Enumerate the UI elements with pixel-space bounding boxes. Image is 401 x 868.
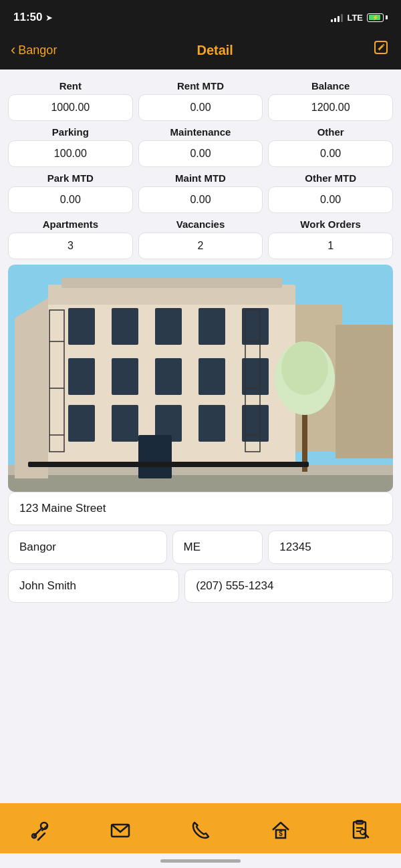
stat-other-mtd: Other MTD 0.00 — [268, 172, 393, 213]
street-address[interactable]: 123 Maine Street — [8, 492, 393, 525]
svg-rect-17 — [68, 405, 95, 442]
stat-other-value: 0.00 — [268, 140, 393, 167]
stat-park-mtd-label: Park MTD — [47, 172, 94, 184]
stats-grid-row2: Parking 100.00 Maintenance 0.00 Other 0.… — [8, 126, 393, 167]
stat-work-orders-label: Work Orders — [300, 219, 361, 230]
svg-rect-18 — [112, 405, 138, 442]
svg-rect-3 — [336, 325, 393, 458]
stat-balance-label: Balance — [311, 80, 350, 92]
stat-parking-value: 100.00 — [8, 140, 133, 167]
svg-rect-16 — [242, 358, 269, 395]
stat-other-mtd-value: 0.00 — [268, 186, 393, 213]
stats-grid-row4: Apartments 3 Vacancies 2 Work Orders 1 — [8, 219, 393, 259]
svg-rect-20 — [198, 405, 225, 442]
edit-button[interactable] — [373, 39, 390, 61]
contact-row: John Smith (207) 555-1234 — [8, 569, 393, 603]
svg-rect-6 — [61, 278, 282, 288]
svg-rect-11 — [242, 308, 269, 345]
city-state-zip-row: Bangor ME 12345 — [8, 531, 393, 564]
home-indicator-bar — [160, 859, 241, 863]
city-field[interactable]: Bangor — [8, 531, 167, 564]
stat-parking: Parking 100.00 — [8, 126, 133, 167]
svg-rect-14 — [155, 358, 182, 395]
stat-other-mtd-label: Other MTD — [305, 172, 356, 184]
svg-rect-13 — [112, 358, 138, 395]
stat-park-mtd: Park MTD 0.00 — [8, 172, 133, 213]
stat-rent-mtd-value: 0.00 — [138, 94, 263, 121]
svg-rect-21 — [242, 405, 269, 442]
back-button[interactable]: ‹ Bangor — [11, 41, 57, 59]
stat-parking-label: Parking — [52, 126, 89, 138]
svg-rect-8 — [112, 308, 138, 345]
svg-line-40 — [38, 833, 45, 840]
stat-rent-value: 1000.00 — [8, 94, 133, 121]
address-section: 123 Maine Street Bangor ME 12345 John Sm… — [8, 492, 393, 603]
svg-rect-32 — [138, 435, 172, 478]
stat-vacancies-value: 2 — [138, 233, 263, 259]
stat-work-orders-value: 1 — [268, 233, 393, 259]
stat-maintenance-label: Maintenance — [170, 126, 231, 138]
stat-vacancies-label: Vacancies — [176, 219, 225, 230]
signal-bar-4 — [341, 14, 343, 22]
tab-dollar[interactable]: $ — [241, 819, 321, 841]
page-title: Detail — [196, 43, 233, 58]
stat-balance: Balance 1200.00 — [268, 80, 393, 121]
main-content: Rent 1000.00 Rent MTD 0.00 Balance 1200.… — [0, 69, 401, 803]
home-indicator — [0, 853, 401, 868]
svg-rect-12 — [68, 358, 95, 395]
stats-grid-row1: Rent 1000.00 Rent MTD 0.00 Balance 1200.… — [8, 80, 393, 121]
stat-rent: Rent 1000.00 — [8, 80, 133, 121]
svg-point-35 — [281, 341, 328, 395]
svg-text:$: $ — [279, 830, 283, 837]
status-time: 11:50 — [13, 11, 42, 24]
stat-maint-mtd: Maint MTD 0.00 — [138, 172, 263, 213]
stat-other-label: Other — [317, 126, 344, 138]
tab-phone[interactable] — [160, 819, 241, 841]
stats-grid-row3: Park MTD 0.00 Maint MTD 0.00 Other MTD 0… — [8, 172, 393, 213]
stat-maintenance-value: 0.00 — [138, 140, 263, 167]
contact-phone-field[interactable]: (207) 555-1234 — [184, 569, 393, 603]
building-image — [8, 265, 393, 492]
stat-apartments-label: Apartments — [43, 219, 98, 230]
status-bar: 11:50 ➤ LTE ⚡ — [0, 0, 401, 33]
stat-rent-mtd: Rent MTD 0.00 — [138, 80, 263, 121]
status-icons: LTE ⚡ — [331, 13, 388, 23]
stat-apartments-value: 3 — [8, 233, 133, 259]
svg-rect-7 — [68, 308, 95, 345]
signal-bar-3 — [338, 16, 340, 22]
nav-bar: ‹ Bangor Detail — [0, 33, 401, 69]
tab-bar: $ — [0, 803, 401, 853]
stat-other: Other 0.00 — [268, 126, 393, 167]
lte-label: LTE — [347, 13, 363, 23]
stat-work-orders: Work Orders 1 — [268, 219, 393, 259]
stat-balance-value: 1200.00 — [268, 94, 393, 121]
stat-maintenance: Maintenance 0.00 — [138, 126, 263, 167]
stat-maint-mtd-value: 0.00 — [138, 186, 263, 213]
tab-tools[interactable] — [0, 819, 80, 841]
battery-icon: ⚡ — [367, 13, 388, 22]
signal-bar-2 — [334, 18, 336, 22]
location-icon: ➤ — [45, 13, 53, 23]
chevron-left-icon: ‹ — [11, 41, 15, 59]
state-field[interactable]: ME — [172, 531, 263, 564]
svg-rect-9 — [155, 308, 182, 345]
contact-name-field[interactable]: John Smith — [8, 569, 179, 603]
stat-rent-mtd-label: Rent MTD — [177, 80, 224, 92]
stat-park-mtd-value: 0.00 — [8, 186, 133, 213]
svg-marker-36 — [15, 298, 48, 478]
zip-field[interactable]: 12345 — [268, 531, 393, 564]
svg-rect-37 — [28, 462, 309, 467]
tab-work-orders[interactable] — [321, 819, 401, 841]
svg-rect-10 — [198, 308, 225, 345]
back-label: Bangor — [18, 43, 57, 57]
stat-apartments: Apartments 3 — [8, 219, 133, 259]
tab-messages[interactable] — [80, 819, 160, 841]
stat-vacancies: Vacancies 2 — [138, 219, 263, 259]
signal-bar-1 — [331, 19, 333, 22]
stat-maint-mtd-label: Maint MTD — [175, 172, 226, 184]
signal-bars — [331, 13, 343, 22]
svg-rect-15 — [198, 358, 225, 395]
stat-rent-label: Rent — [59, 80, 82, 92]
